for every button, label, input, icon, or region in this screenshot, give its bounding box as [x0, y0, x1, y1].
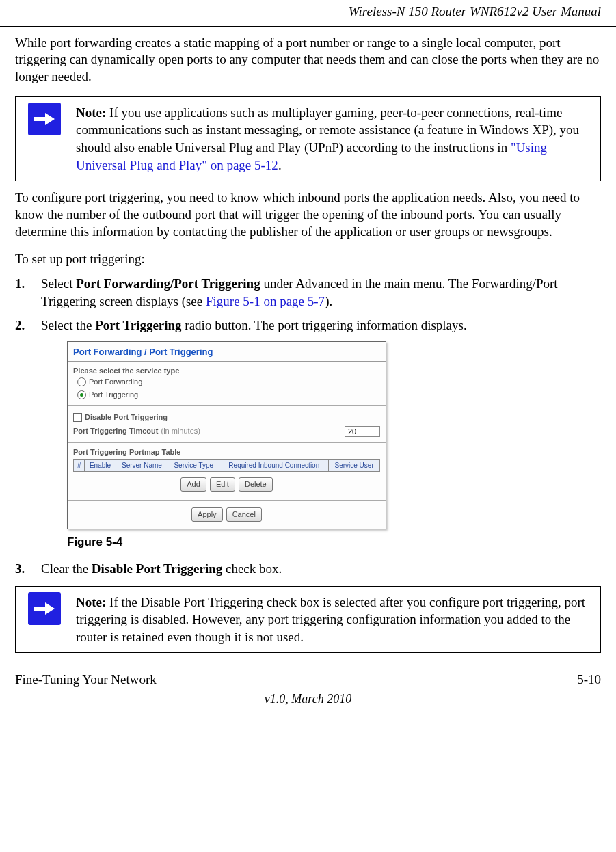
setup-paragraph: To set up port triggering: [15, 251, 601, 268]
note2-text: If the Disable Port Triggering check box… [76, 595, 585, 644]
portmap-table: # Enable Server Name Service Type Requir… [73, 459, 380, 472]
arrow-right-icon [28, 103, 61, 135]
disable-label: Disable Port Triggering [85, 412, 168, 423]
th-server-name: Server Name [116, 459, 168, 472]
checkbox-disable-port-triggering[interactable] [73, 413, 82, 422]
step1-pre: Select [41, 276, 76, 291]
footer-section: Fine-Tuning Your Network [15, 671, 157, 689]
page-header: Wireless-N 150 Router WNR612v2 User Manu… [0, 0, 616, 27]
th-service-type: Service Type [168, 459, 219, 472]
note1-text-a: If you use applications such as multipla… [76, 105, 579, 155]
th-service-user: Service User [329, 459, 380, 472]
portmap-label: Port Triggering Portmap Table [73, 447, 380, 457]
step-number: 3. [15, 560, 25, 578]
intro-paragraph: While port forwarding creates a static m… [15, 35, 601, 85]
radio-port-triggering-label: Port Triggering [89, 390, 138, 400]
edit-button[interactable]: Edit [210, 477, 235, 492]
note-box-2: Note: If the Disable Port Triggering che… [15, 586, 601, 654]
apply-button[interactable]: Apply [191, 507, 223, 522]
note-text-2: Note: If the Disable Port Triggering che… [73, 587, 600, 653]
note1-text-b: . [278, 158, 282, 172]
note-box-1: Note: If you use applications such as mu… [15, 96, 601, 182]
figure-link[interactable]: Figure 5-1 on page 5-7 [206, 294, 325, 308]
screenshot-port-triggering: Port Forwarding / Port Triggering Please… [67, 341, 386, 529]
delete-button[interactable]: Delete [239, 477, 273, 492]
step3-pre: Clear the [41, 561, 92, 576]
step-3: 3. Clear the Disable Port Triggering che… [15, 560, 601, 578]
step1-bold: Port Forwarding/Port Triggering [76, 276, 260, 291]
timeout-label: Port Triggering Timeout [73, 426, 158, 436]
step2-pre: Select the [41, 318, 95, 332]
th-required-inbound: Required Inbound Connection [219, 459, 329, 472]
step3-post: check box. [222, 561, 282, 576]
radio-port-forwarding-label: Port Forwarding [89, 377, 142, 387]
note-label: Note: [76, 595, 106, 609]
radio-port-triggering[interactable] [77, 390, 86, 399]
step2-post: radio button. The port triggering inform… [182, 318, 467, 332]
cancel-button[interactable]: Cancel [226, 507, 262, 522]
timeout-input[interactable] [345, 426, 380, 437]
step1-post: ). [325, 294, 332, 308]
step3-bold: Disable Port Triggering [92, 561, 222, 576]
step-1: 1. Select Port Forwarding/Port Triggerin… [15, 275, 601, 310]
config-paragraph: To configure port triggering, you need t… [15, 189, 601, 240]
header-title: Wireless-N 150 Router WNR612v2 User Manu… [349, 4, 601, 18]
footer-version: v1.0, March 2010 [0, 689, 616, 721]
footer-page-number: 5-10 [577, 671, 601, 689]
step-number: 2. [15, 317, 25, 334]
th-enable: Enable [85, 459, 116, 472]
page-footer: Fine-Tuning Your Network 5-10 [0, 667, 616, 689]
ss-service-type-label: Please select the service type [73, 366, 380, 376]
radio-port-forwarding[interactable] [77, 377, 86, 386]
note-text-1: Note: If you use applications such as mu… [73, 97, 600, 181]
step2-bold: Port Triggering [95, 318, 181, 332]
note-label: Note: [76, 105, 106, 120]
ss-title: Port Forwarding / Port Triggering [68, 342, 386, 362]
th-index: # [74, 459, 85, 472]
figure-caption: Figure 5-4 [67, 535, 601, 550]
step-2: 2. Select the Port Triggering radio butt… [15, 317, 601, 550]
arrow-right-icon [28, 592, 61, 625]
step-number: 1. [15, 275, 25, 293]
timeout-unit: (in minutes) [161, 426, 200, 436]
add-button[interactable]: Add [180, 477, 206, 492]
